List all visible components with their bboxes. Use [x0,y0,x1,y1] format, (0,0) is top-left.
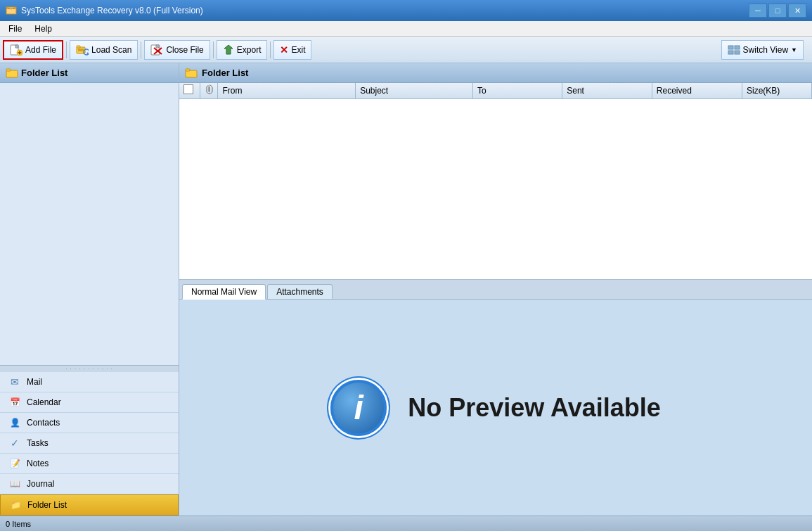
no-preview-text: No Preview Available [408,393,661,423]
maximize-button[interactable]: □ [768,4,787,18]
sidebar-resizer[interactable]: · · · · · · · · · · · [0,365,179,372]
nav-label-folder-list: Folder List [27,500,67,510]
content-folder-list-label: Folder List [202,68,248,78]
svg-rect-23 [735,46,740,49]
exit-label: Exit [291,45,305,55]
svg-rect-24 [728,51,733,54]
info-icon: i [330,380,387,436]
col-header-sent: Sent [562,83,652,98]
col-header-to: To [473,83,562,98]
col-header-received: Received [652,83,742,98]
journal-icon [8,478,21,490]
svg-rect-25 [735,51,740,54]
exit-button[interactable]: ✕ Exit [273,40,311,60]
col-header-checkbox [179,83,200,98]
switch-view-label: Switch View [743,45,788,55]
load-scan-button[interactable]: Load Scan [70,40,138,60]
svg-rect-29 [186,69,190,71]
sidebar-folder-label: Folder List [21,68,67,78]
switch-view-arrow: ▼ [791,46,797,53]
export-label: Export [237,45,262,55]
attachment-col-icon [205,84,213,94]
svg-rect-0 [6,7,16,14]
nav-label-mail: Mail [27,377,42,387]
minimize-button[interactable]: ─ [749,4,767,18]
title-bar: SysTools Exchange Recovery v8.0 (Full Ve… [0,0,812,21]
tab-normal-mail-view[interactable]: Normal Mail View [182,284,266,300]
menu-file[interactable]: File [3,23,27,35]
toolbar-separator-4 [270,41,271,58]
contacts-icon [8,416,21,429]
email-table-container: From Subject To Sent Received Size(KB) [179,83,812,280]
load-scan-label: Load Scan [91,45,131,55]
col-header-attach [200,83,218,98]
tasks-icon [8,437,21,449]
col-header-subject: Subject [356,83,473,98]
add-file-icon [10,44,22,56]
notes-icon [8,457,21,470]
sidebar-tree [0,83,179,365]
table-header-row: From Subject To Sent Received Size(KB) [179,83,812,98]
close-file-icon [150,44,163,56]
load-scan-icon [76,44,89,56]
title-controls: ─ □ ✕ [749,4,806,18]
nav-item-contacts[interactable]: Contacts [0,413,179,433]
resizer-dots: · · · · · · · · · · · [65,366,113,372]
toolbar-separator-2 [141,41,141,58]
toolbar-separator-3 [213,41,214,58]
folder-header-icon [6,68,18,78]
sidebar: Folder List · · · · · · · · · · · Mail C… [0,63,179,516]
menu-bar: File Help [0,21,812,37]
toolbar-left: Add File Load Scan Close File [3,40,311,60]
nav-label-notes: Notes [27,459,49,468]
close-file-button[interactable]: Close File [144,40,210,60]
switch-view-button[interactable]: Switch View ▼ [721,40,804,60]
title-left: SysTools Exchange Recovery v8.0 (Full Ve… [6,5,203,16]
nav-item-tasks[interactable]: Tasks [0,433,179,454]
right-panel: Folder List From Su [179,63,812,516]
toolbar-separator-1 [66,41,67,58]
close-file-label: Close File [166,45,203,55]
export-icon [223,44,234,56]
nav-item-folder-list[interactable]: Folder List [0,494,179,516]
menu-help[interactable]: Help [29,23,58,35]
nav-item-journal[interactable]: Journal [0,474,179,494]
nav-items: Mail Calendar Contacts Tasks Notes Journ… [0,372,179,516]
nav-item-mail[interactable]: Mail [0,372,179,392]
preview-area: i No Preview Available [179,300,812,516]
nav-label-tasks: Tasks [27,438,49,448]
nav-label-contacts: Contacts [27,418,60,428]
email-table: From Subject To Sent Received Size(KB) [179,83,812,99]
add-file-label: Add File [25,45,56,55]
folder-list-header-icon [185,68,198,78]
status-bar: 0 Items [0,516,812,531]
export-button[interactable]: Export [217,40,268,60]
svg-rect-27 [6,69,11,71]
mail-icon [8,376,21,388]
preview-tabs: Normal Mail View Attachments [179,280,812,300]
folder-list-icon [9,499,22,511]
nav-item-calendar[interactable]: Calendar [0,392,179,413]
nav-label-journal: Journal [27,479,54,489]
window-title: SysTools Exchange Recovery v8.0 (Full Ve… [21,6,203,15]
items-count: 0 Items [6,520,31,528]
svg-rect-11 [77,46,80,48]
svg-rect-22 [728,46,733,49]
app-icon [6,5,17,16]
close-button[interactable]: ✕ [788,4,806,18]
main-content: Folder List · · · · · · · · · · · Mail C… [0,63,812,516]
tab-attachments[interactable]: Attachments [267,284,333,299]
calendar-icon [8,396,21,409]
toolbar: Add File Load Scan Close File [0,37,812,63]
switch-view-icon [728,45,740,55]
exit-icon: ✕ [280,44,288,56]
add-file-button[interactable]: Add File [3,40,63,60]
nav-item-notes[interactable]: Notes [0,454,179,474]
col-header-from: From [218,83,356,98]
col-header-size: Size(KB) [742,83,812,98]
folder-list-header: Folder List [179,63,812,83]
sidebar-folder-header: Folder List [0,63,179,83]
svg-marker-21 [224,45,233,54]
select-all-checkbox[interactable] [183,84,193,94]
nav-label-calendar: Calendar [27,397,61,407]
